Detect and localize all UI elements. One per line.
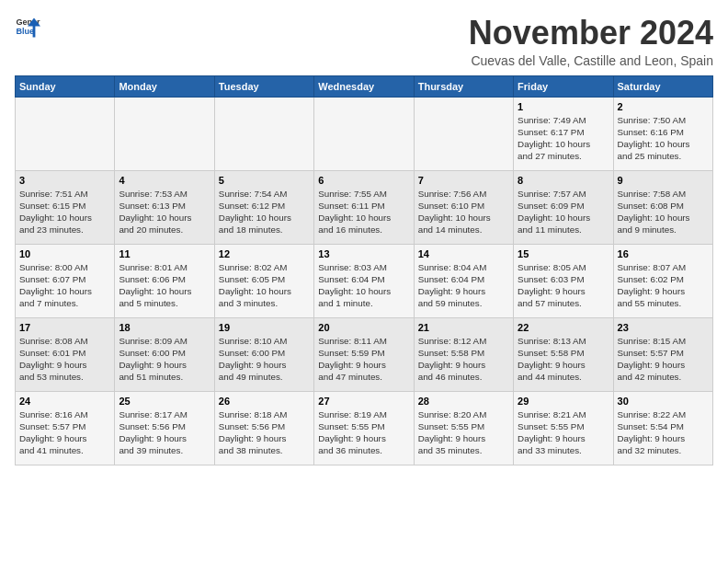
calendar-cell: 26Sunrise: 8:18 AM Sunset: 5:56 PM Dayli… — [214, 391, 313, 465]
calendar-cell: 10Sunrise: 8:00 AM Sunset: 6:07 PM Dayli… — [16, 244, 115, 317]
week-row-3: 10Sunrise: 8:00 AM Sunset: 6:07 PM Dayli… — [16, 244, 713, 317]
day-info: Sunrise: 8:19 AM Sunset: 5:55 PM Dayligh… — [318, 408, 409, 457]
calendar-cell: 17Sunrise: 8:08 AM Sunset: 6:01 PM Dayli… — [16, 317, 115, 391]
day-info: Sunrise: 7:51 AM Sunset: 6:15 PM Dayligh… — [19, 188, 110, 236]
calendar-cell: 14Sunrise: 8:04 AM Sunset: 6:04 PM Dayli… — [414, 244, 513, 317]
day-info: Sunrise: 8:11 AM Sunset: 5:59 PM Dayligh… — [318, 335, 409, 384]
day-number: 5 — [219, 175, 310, 186]
month-title: November 2024 — [469, 15, 713, 52]
day-number: 3 — [19, 175, 110, 186]
day-number: 14 — [418, 248, 509, 259]
day-number: 13 — [318, 248, 409, 259]
day-number: 21 — [418, 322, 509, 333]
svg-text:Blue: Blue — [16, 27, 34, 36]
weekday-header-wednesday: Wednesday — [314, 75, 414, 97]
day-number: 24 — [19, 396, 110, 407]
day-number: 17 — [19, 322, 110, 333]
day-number: 26 — [219, 396, 310, 407]
calendar-cell — [214, 97, 313, 170]
calendar-cell: 6Sunrise: 7:55 AM Sunset: 6:11 PM Daylig… — [314, 170, 414, 244]
day-info: Sunrise: 8:03 AM Sunset: 6:04 PM Dayligh… — [318, 261, 409, 310]
calendar-cell: 30Sunrise: 8:22 AM Sunset: 5:54 PM Dayli… — [613, 391, 712, 465]
day-number: 15 — [518, 248, 609, 259]
calendar-cell — [414, 97, 513, 170]
calendar-cell: 1Sunrise: 7:49 AM Sunset: 6:17 PM Daylig… — [514, 97, 613, 170]
calendar-cell — [16, 97, 115, 170]
calendar-cell: 19Sunrise: 8:10 AM Sunset: 6:00 PM Dayli… — [214, 317, 313, 391]
day-info: Sunrise: 8:05 AM Sunset: 6:03 PM Dayligh… — [518, 261, 609, 310]
day-info: Sunrise: 8:04 AM Sunset: 6:04 PM Dayligh… — [418, 261, 509, 310]
day-info: Sunrise: 7:57 AM Sunset: 6:09 PM Dayligh… — [518, 188, 609, 236]
day-number: 19 — [219, 322, 310, 333]
day-info: Sunrise: 8:13 AM Sunset: 5:58 PM Dayligh… — [518, 335, 609, 384]
day-number: 28 — [418, 396, 509, 407]
day-info: Sunrise: 8:22 AM Sunset: 5:54 PM Dayligh… — [618, 408, 709, 457]
weekday-header-thursday: Thursday — [414, 75, 513, 97]
day-info: Sunrise: 8:02 AM Sunset: 6:05 PM Dayligh… — [219, 261, 310, 310]
weekday-header-tuesday: Tuesday — [214, 75, 313, 97]
calendar-cell — [115, 97, 214, 170]
day-info: Sunrise: 8:16 AM Sunset: 5:57 PM Dayligh… — [19, 408, 110, 457]
day-info: Sunrise: 8:01 AM Sunset: 6:06 PM Dayligh… — [119, 261, 210, 310]
day-info: Sunrise: 7:49 AM Sunset: 6:17 PM Dayligh… — [518, 114, 609, 163]
calendar-cell: 15Sunrise: 8:05 AM Sunset: 6:03 PM Dayli… — [514, 244, 613, 317]
calendar-cell: 22Sunrise: 8:13 AM Sunset: 5:58 PM Dayli… — [514, 317, 613, 391]
weekday-header-friday: Friday — [514, 75, 613, 97]
day-number: 10 — [19, 248, 110, 259]
calendar-cell: 4Sunrise: 7:53 AM Sunset: 6:13 PM Daylig… — [115, 170, 214, 244]
day-info: Sunrise: 8:00 AM Sunset: 6:07 PM Dayligh… — [19, 261, 110, 310]
day-info: Sunrise: 8:18 AM Sunset: 5:56 PM Dayligh… — [219, 408, 310, 457]
day-info: Sunrise: 8:07 AM Sunset: 6:02 PM Dayligh… — [618, 261, 709, 310]
weekday-header-monday: Monday — [115, 75, 214, 97]
day-number: 4 — [119, 175, 210, 186]
day-number: 2 — [618, 101, 709, 112]
day-number: 16 — [618, 248, 709, 259]
day-info: Sunrise: 8:15 AM Sunset: 5:57 PM Dayligh… — [618, 335, 709, 384]
subtitle: Cuevas del Valle, Castille and Leon, Spa… — [469, 53, 713, 68]
day-info: Sunrise: 8:10 AM Sunset: 6:00 PM Dayligh… — [219, 335, 310, 384]
calendar-cell: 7Sunrise: 7:56 AM Sunset: 6:10 PM Daylig… — [414, 170, 513, 244]
calendar-cell: 8Sunrise: 7:57 AM Sunset: 6:09 PM Daylig… — [514, 170, 613, 244]
week-row-1: 1Sunrise: 7:49 AM Sunset: 6:17 PM Daylig… — [16, 97, 713, 170]
calendar-cell: 24Sunrise: 8:16 AM Sunset: 5:57 PM Dayli… — [16, 391, 115, 465]
day-number: 6 — [318, 175, 409, 186]
calendar-cell: 13Sunrise: 8:03 AM Sunset: 6:04 PM Dayli… — [314, 244, 414, 317]
logo: General Blue — [15, 15, 40, 40]
day-number: 8 — [518, 175, 609, 186]
day-info: Sunrise: 8:08 AM Sunset: 6:01 PM Dayligh… — [19, 335, 110, 384]
calendar-cell: 23Sunrise: 8:15 AM Sunset: 5:57 PM Dayli… — [613, 317, 712, 391]
day-number: 23 — [618, 322, 709, 333]
day-info: Sunrise: 7:56 AM Sunset: 6:10 PM Dayligh… — [418, 188, 509, 236]
day-info: Sunrise: 8:20 AM Sunset: 5:55 PM Dayligh… — [418, 408, 509, 457]
week-row-5: 24Sunrise: 8:16 AM Sunset: 5:57 PM Dayli… — [16, 391, 713, 465]
title-block: November 2024 Cuevas del Valle, Castille… — [469, 15, 713, 68]
day-number: 1 — [518, 101, 609, 112]
calendar-cell: 12Sunrise: 8:02 AM Sunset: 6:05 PM Dayli… — [214, 244, 313, 317]
day-number: 7 — [418, 175, 509, 186]
calendar-cell: 3Sunrise: 7:51 AM Sunset: 6:15 PM Daylig… — [16, 170, 115, 244]
day-number: 27 — [318, 396, 409, 407]
day-info: Sunrise: 7:53 AM Sunset: 6:13 PM Dayligh… — [119, 188, 210, 236]
calendar-cell: 9Sunrise: 7:58 AM Sunset: 6:08 PM Daylig… — [613, 170, 712, 244]
day-number: 29 — [518, 396, 609, 407]
day-info: Sunrise: 7:54 AM Sunset: 6:12 PM Dayligh… — [219, 188, 310, 236]
week-row-2: 3Sunrise: 7:51 AM Sunset: 6:15 PM Daylig… — [16, 170, 713, 244]
day-number: 22 — [518, 322, 609, 333]
weekday-header-row: SundayMondayTuesdayWednesdayThursdayFrid… — [16, 75, 713, 97]
day-number: 18 — [119, 322, 210, 333]
calendar-cell: 5Sunrise: 7:54 AM Sunset: 6:12 PM Daylig… — [214, 170, 313, 244]
day-info: Sunrise: 7:55 AM Sunset: 6:11 PM Dayligh… — [318, 188, 409, 236]
calendar-cell: 16Sunrise: 8:07 AM Sunset: 6:02 PM Dayli… — [613, 244, 712, 317]
calendar-cell: 29Sunrise: 8:21 AM Sunset: 5:55 PM Dayli… — [514, 391, 613, 465]
day-number: 11 — [119, 248, 210, 259]
weekday-header-saturday: Saturday — [613, 75, 712, 97]
calendar-cell: 27Sunrise: 8:19 AM Sunset: 5:55 PM Dayli… — [314, 391, 414, 465]
calendar-cell: 2Sunrise: 7:50 AM Sunset: 6:16 PM Daylig… — [613, 97, 712, 170]
weekday-header-sunday: Sunday — [16, 75, 115, 97]
day-number: 9 — [618, 175, 709, 186]
day-info: Sunrise: 8:12 AM Sunset: 5:58 PM Dayligh… — [418, 335, 509, 384]
day-info: Sunrise: 7:58 AM Sunset: 6:08 PM Dayligh… — [618, 188, 709, 236]
calendar-cell — [314, 97, 414, 170]
calendar-cell: 28Sunrise: 8:20 AM Sunset: 5:55 PM Dayli… — [414, 391, 513, 465]
logo-icon: General Blue — [15, 15, 40, 40]
